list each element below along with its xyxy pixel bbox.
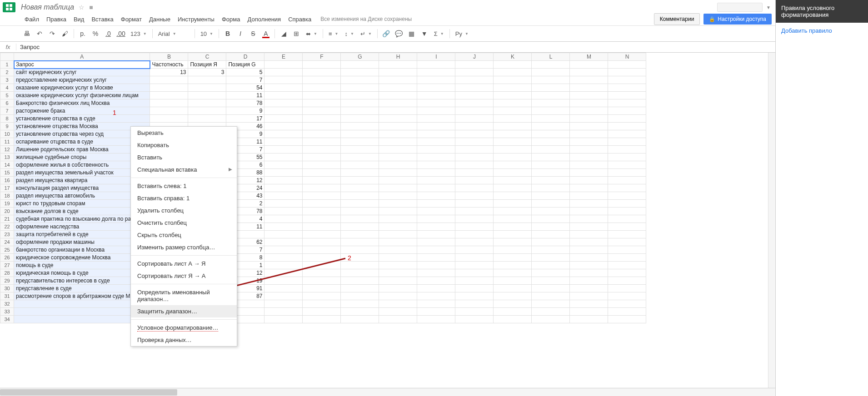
cell[interactable]	[264, 138, 303, 146]
cell[interactable]	[14, 316, 150, 323]
cell[interactable]	[264, 123, 303, 130]
cell[interactable]	[303, 208, 341, 215]
col-header-N[interactable]: N	[608, 53, 646, 61]
cell[interactable]	[608, 61, 646, 69]
cell[interactable]	[341, 223, 379, 231]
cell[interactable]: Частотность	[150, 61, 188, 69]
ctx-item[interactable]: Специальная вставка▶	[131, 163, 237, 176]
cell[interactable]	[341, 308, 379, 316]
col-header-C[interactable]: C	[188, 53, 226, 61]
cell[interactable]	[570, 76, 608, 84]
row-header[interactable]: 34	[0, 316, 14, 323]
row-header[interactable]: 27	[0, 262, 14, 269]
cell[interactable]	[532, 92, 570, 99]
cell[interactable]	[608, 169, 646, 177]
cell[interactable]: оформление наследства	[14, 223, 150, 231]
cell[interactable]	[417, 269, 455, 277]
cell[interactable]: 5	[226, 69, 264, 76]
cell[interactable]	[379, 99, 417, 107]
share-button[interactable]: 🔒 Настройки доступа	[703, 14, 772, 25]
cell[interactable]	[417, 300, 455, 308]
cell[interactable]	[570, 300, 608, 308]
cell[interactable]	[455, 231, 494, 238]
cell[interactable]	[417, 316, 455, 323]
cell[interactable]	[608, 115, 646, 123]
cell[interactable]	[264, 184, 303, 192]
col-header-K[interactable]: K	[494, 53, 532, 61]
cell[interactable]	[264, 92, 303, 99]
cell[interactable]	[608, 277, 646, 285]
cell[interactable]	[417, 146, 455, 153]
cell[interactable]	[494, 123, 532, 130]
cell[interactable]	[608, 316, 646, 323]
cell[interactable]	[455, 130, 494, 138]
italic-icon[interactable]: I	[234, 28, 246, 40]
cell[interactable]	[264, 277, 303, 285]
ctx-item[interactable]: Скрыть столбец	[131, 229, 237, 241]
cell[interactable]: оформление продажи машины	[14, 238, 150, 246]
cell[interactable]	[532, 277, 570, 285]
cell[interactable]	[379, 169, 417, 177]
cell[interactable]	[341, 177, 379, 184]
row-header[interactable]: 6	[0, 99, 14, 107]
cell[interactable]	[455, 277, 494, 285]
cell[interactable]	[608, 262, 646, 269]
cell[interactable]	[417, 184, 455, 192]
cell[interactable]	[379, 69, 417, 76]
cell[interactable]	[417, 292, 455, 300]
cell[interactable]	[532, 231, 570, 238]
cell[interactable]	[379, 269, 417, 277]
cell[interactable]	[455, 184, 494, 192]
print-icon[interactable]: 🖶	[21, 28, 33, 40]
menu-Инструменты[interactable]: Инструменты	[174, 14, 218, 25]
cell[interactable]	[188, 115, 226, 123]
row-header[interactable]: 15	[0, 169, 14, 177]
cell[interactable]	[303, 123, 341, 130]
functions-icon[interactable]: Σ▼	[431, 28, 447, 40]
cell[interactable]	[570, 146, 608, 153]
ctx-item[interactable]: Защитить диапазон…	[131, 305, 237, 317]
cell[interactable]	[341, 184, 379, 192]
cell[interactable]	[494, 254, 532, 262]
cell[interactable]	[608, 184, 646, 192]
vertical-scrollbar[interactable]	[768, 53, 775, 388]
ctx-item[interactable]: Вставить справа: 1	[131, 192, 237, 204]
cell[interactable]: оказание юридических услуг в Москве	[14, 84, 150, 92]
document-title[interactable]: Новая таблица	[21, 3, 74, 11]
cell[interactable]	[455, 138, 494, 146]
cell[interactable]: оказание юридических услуг физическим ли…	[14, 92, 150, 99]
cell[interactable]	[494, 285, 532, 292]
decrease-decimal[interactable]: .0	[102, 28, 114, 40]
cell[interactable]	[303, 231, 341, 238]
cell[interactable]	[417, 130, 455, 138]
cell[interactable]	[532, 292, 570, 300]
cell[interactable]	[608, 84, 646, 92]
cell[interactable]	[532, 262, 570, 269]
cell[interactable]	[532, 246, 570, 254]
cell[interactable]	[303, 92, 341, 99]
cell[interactable]	[608, 246, 646, 254]
cell[interactable]	[532, 238, 570, 246]
cell[interactable]	[417, 92, 455, 99]
cell[interactable]	[608, 192, 646, 200]
cell[interactable]	[570, 238, 608, 246]
cell[interactable]	[494, 269, 532, 277]
cell[interactable]: защита потребителей в суде	[14, 231, 150, 238]
cell[interactable]	[264, 292, 303, 300]
row-header[interactable]: 1	[0, 61, 14, 69]
cell[interactable]: банкротство организации в Москва	[14, 246, 150, 254]
cell[interactable]	[608, 130, 646, 138]
cell[interactable]	[303, 316, 341, 323]
cell[interactable]	[341, 130, 379, 138]
cell[interactable]	[455, 99, 494, 107]
cell[interactable]	[188, 107, 226, 115]
cell[interactable]	[379, 107, 417, 115]
number-format-select[interactable]: 123▼	[128, 28, 150, 40]
cell[interactable]	[303, 84, 341, 92]
cell[interactable]	[264, 269, 303, 277]
cell[interactable]	[379, 84, 417, 92]
cell[interactable]	[608, 308, 646, 316]
cell[interactable]	[494, 177, 532, 184]
col-header-G[interactable]: G	[341, 53, 379, 61]
cell[interactable]	[150, 115, 188, 123]
